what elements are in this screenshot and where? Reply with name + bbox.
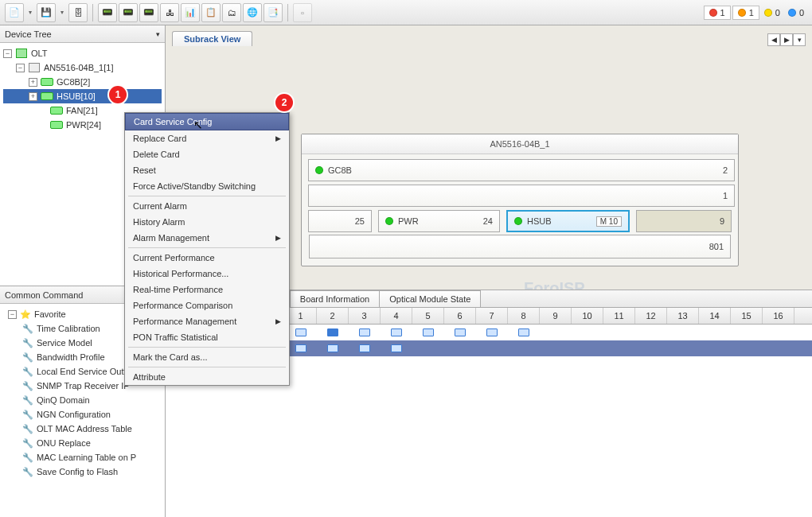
tb-btn-5[interactable]: 📟 xyxy=(119,3,138,22)
wrench-icon: 🔧 xyxy=(22,395,33,406)
cmd-item[interactable]: 🔧QinQ Domain xyxy=(3,393,162,407)
status-red[interactable]: 1 xyxy=(704,6,731,20)
ctx-delete-card[interactable]: Delete Card xyxy=(125,146,289,162)
tab-nav-prev[interactable]: ◀ xyxy=(767,33,780,46)
slot-9[interactable]: 9 xyxy=(636,210,732,232)
tree-root[interactable]: − OLT xyxy=(3,46,162,60)
ctx-realtime-perf[interactable]: Real-time Performance xyxy=(125,282,289,297)
port-icon[interactable] xyxy=(391,328,402,336)
ne-icon xyxy=(28,63,41,72)
status-blue: 0 xyxy=(785,8,807,17)
tree-ne-label: AN5516-04B_1[1] xyxy=(44,63,113,72)
tb-btn-6[interactable]: 📟 xyxy=(139,3,158,22)
tb-btn-12[interactable]: 📑 xyxy=(264,3,283,22)
ctx-mark-card[interactable]: Mark the Card as... xyxy=(125,349,289,365)
cmd-item[interactable]: 🔧Save Config to Flash xyxy=(3,465,162,479)
port-icon[interactable] xyxy=(359,344,370,352)
tab-nav: ◀ ▶ ▾ xyxy=(767,33,806,46)
port-icon[interactable] xyxy=(359,328,370,336)
watermark: ForoISP xyxy=(524,279,585,290)
tab-nav-list[interactable]: ▾ xyxy=(793,33,806,46)
cmd-item[interactable]: 🔧MAC Learning Table on P xyxy=(3,450,162,465)
tb-btn-11[interactable]: 🌐 xyxy=(243,3,262,22)
port-icon[interactable] xyxy=(518,328,529,336)
port-icon[interactable] xyxy=(327,344,338,352)
ctx-perf-mgmt[interactable]: Performance Management▶ xyxy=(125,313,289,329)
status-led-icon xyxy=(385,217,393,225)
ctx-current-alarm[interactable]: Current Alarm xyxy=(125,198,289,214)
ctx-alarm-mgmt[interactable]: Alarm Management▶ xyxy=(125,230,289,246)
dropdown-arrow-icon[interactable]: ▾ xyxy=(25,9,35,16)
card-icon xyxy=(50,106,63,115)
ctx-reset[interactable]: Reset xyxy=(125,162,289,178)
slot-number: 2 xyxy=(723,165,728,175)
status-blue-count: 0 xyxy=(799,8,804,17)
ctx-history-alarm[interactable]: History Alarm xyxy=(125,214,289,230)
slot-25[interactable]: 25 xyxy=(308,210,372,232)
tb-btn-3[interactable]: 🗄 xyxy=(68,3,88,22)
tb-btn-4[interactable]: 📟 xyxy=(98,3,117,22)
slot-hsub[interactable]: HSUB M 10 xyxy=(506,210,630,232)
tb-btn-2[interactable]: 💾 xyxy=(37,3,56,22)
cmd-item[interactable]: 🔧OLT MAC Address Table xyxy=(3,422,162,436)
cmd-item[interactable]: 🔧NGN Configuration xyxy=(3,407,162,422)
port-icon[interactable] xyxy=(327,328,338,336)
slot-number: M 10 xyxy=(596,216,622,227)
col-2: 2 xyxy=(317,308,349,324)
context-menu[interactable]: Card Service Config Replace Card▶ Delete… xyxy=(124,112,290,386)
slot-pwr[interactable]: PWR 24 xyxy=(378,210,500,232)
ctx-pon-stat[interactable]: PON Traffic Statistical xyxy=(125,329,289,345)
port-icon[interactable] xyxy=(486,328,498,336)
status-orange[interactable]: 1 xyxy=(732,6,759,20)
port-icon[interactable] xyxy=(391,344,402,352)
tree-item-gc8b[interactable]: + GC8B[2] xyxy=(3,75,162,89)
btab-board-info[interactable]: Board Information xyxy=(290,290,380,307)
tb-btn-10[interactable]: 🗂 xyxy=(222,3,241,22)
cmd-label: QinQ Domain xyxy=(37,395,90,405)
tree-item-label: FAN[21] xyxy=(66,106,98,115)
tab-subrack-view[interactable]: Subrack View xyxy=(172,31,252,46)
slot-blank[interactable]: 1 xyxy=(308,185,735,207)
tab-nav-next[interactable]: ▶ xyxy=(780,33,793,46)
port-icon[interactable] xyxy=(295,344,306,352)
btab-optical[interactable]: Optical Module State xyxy=(379,290,481,307)
annotation-badge-2: 2 xyxy=(275,94,293,111)
slot-number: 9 xyxy=(720,216,724,226)
ctx-current-perf[interactable]: Current Performance xyxy=(125,250,289,266)
tree-item-label: PWR[24] xyxy=(66,120,101,130)
port-icon[interactable] xyxy=(455,328,466,336)
slot-gc8b[interactable]: GC8B 2 xyxy=(308,159,735,181)
slot-number: 24 xyxy=(483,216,493,226)
wrench-icon: 🔧 xyxy=(22,409,33,420)
card-icon xyxy=(41,91,53,101)
expand-icon[interactable]: − xyxy=(16,64,25,72)
wrench-icon: 🔧 xyxy=(22,366,33,377)
expand-icon[interactable]: + xyxy=(29,92,37,101)
tb-btn-8[interactable]: 📊 xyxy=(181,3,200,22)
tb-btn-7[interactable]: 🖧 xyxy=(160,3,179,22)
status-yellow: 0 xyxy=(761,8,783,17)
expand-icon[interactable]: − xyxy=(8,310,17,319)
ctx-perf-comp[interactable]: Performance Comparison xyxy=(125,297,289,313)
tb-btn-13[interactable]: ▫ xyxy=(293,3,312,22)
tb-btn-9[interactable]: 📋 xyxy=(201,3,221,22)
port-icon[interactable] xyxy=(295,328,306,336)
col-9: 9 xyxy=(540,308,572,324)
ctx-replace-card[interactable]: Replace Card▶ xyxy=(125,130,289,146)
ctx-attribute[interactable]: Attribute xyxy=(125,369,289,385)
expand-icon[interactable]: + xyxy=(29,78,37,87)
tree-item-hsub[interactable]: + HSUB[10] xyxy=(3,89,162,103)
olt-icon xyxy=(15,49,28,58)
expand-icon[interactable]: − xyxy=(3,49,12,58)
port-icon[interactable] xyxy=(423,328,434,336)
ctx-hist-perf[interactable]: Historical Performance... xyxy=(125,266,289,282)
ctx-force-switch[interactable]: Force Active/Standby Switching xyxy=(125,178,289,194)
slot-fan[interactable]: 801 xyxy=(309,235,731,258)
cmd-item[interactable]: 🔧ONU Replace xyxy=(3,436,162,450)
cursor-icon: ↖ xyxy=(193,119,203,131)
tree-root-label: OLT xyxy=(31,49,48,58)
dropdown-arrow-icon[interactable]: ▾ xyxy=(57,9,67,16)
tree-ne[interactable]: − AN5516-04B_1[1] xyxy=(3,60,162,75)
tb-btn-1[interactable]: 📄 xyxy=(5,3,24,22)
ctx-card-service-config[interactable]: Card Service Config xyxy=(125,113,289,130)
